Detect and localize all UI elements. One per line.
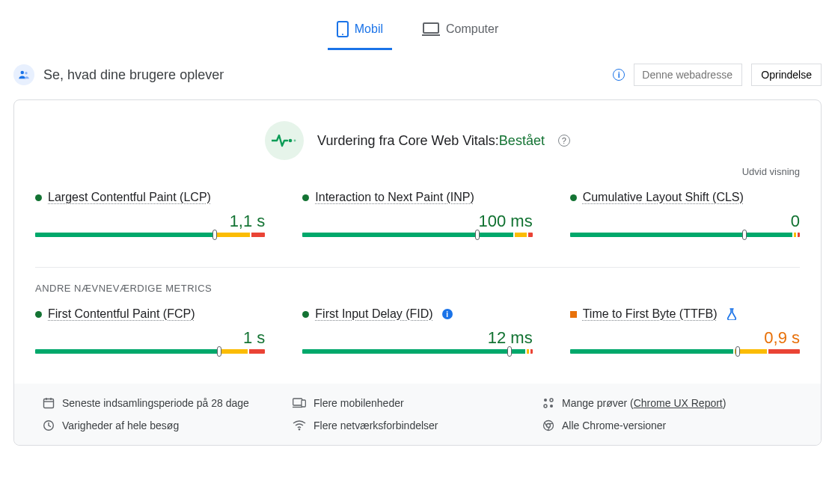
status-dot [570,311,577,318]
svg-point-5 [25,72,27,74]
svg-point-18 [550,405,553,408]
distribution-bar [570,349,800,363]
other-metrics-row: First Contentful Paint (FCP) 1 s First I… [35,307,800,363]
svg-point-6 [289,139,293,143]
info-icon[interactable]: i [613,69,625,81]
footer-devices: Flere mobilenheder [293,397,542,409]
bar-marker [217,346,221,357]
svg-rect-8 [44,399,54,408]
metric-name[interactable]: First Input Delay (FID) [315,307,432,321]
svg-point-16 [550,399,553,402]
metric-name[interactable]: Time to First Byte (TTFB) [583,307,718,321]
metric-value: 1 s [35,328,265,348]
svg-rect-12 [293,399,302,405]
footer-period: Seneste indsamlingsperiode på 28 dage [43,397,293,409]
assessment-label: Vurdering fra Core Web Vitals: [317,133,499,148]
bar-marker [507,346,512,357]
tab-desktop-label: Computer [446,22,498,36]
metric-ttfb: Time to First Byte (TTFB) 0,9 s [570,307,800,363]
section-title: Se, hvad dine brugere oplever [43,67,604,83]
metric-fid: First Input Delay (FID)i 12 ms [302,307,532,363]
metric-inp: Interaction to Next Paint (INP) 100 ms [302,191,532,246]
metric-lcp: Largest Contentful Paint (LCP) 1,1 s [35,191,265,246]
summary-footer: Seneste indsamlingsperiode på 28 dage Fl… [14,384,821,445]
footer-durations-text: Varigheder af hele besøg [62,420,179,431]
section-header: Se, hvad dine brugere oplever i Oprindel… [0,50,835,99]
bar-marker [735,346,740,357]
svg-rect-14 [302,400,305,407]
bar-marker [742,230,747,240]
mobile-icon [337,21,349,37]
footer-networks-text: Flere netværksforbindelser [313,420,438,431]
svg-point-20 [299,428,300,430]
flask-icon[interactable] [727,308,737,320]
expand-view-link[interactable]: Udvid visning [35,166,800,177]
assessment-text: Vurdering fra Core Web Vitals:Bestået [317,133,545,149]
samples-icon [542,397,554,409]
metric-fcp: First Contentful Paint (FCP) 1 s [35,307,265,363]
bar-marker [212,230,217,240]
svg-point-1 [342,34,343,35]
metric-cls: Cumulative Layout Shift (CLS) 0 [570,191,800,246]
footer-networks: Flere netværksforbindelser [293,420,542,431]
help-icon[interactable]: ? [558,135,570,147]
vitals-card: Vurdering fra Core Web Vitals:Bestået ? … [13,99,822,446]
tab-mobile-label: Mobil [355,22,383,36]
device-tabs: Mobil Computer [0,0,835,50]
distribution-bar [570,233,800,246]
desktop-icon [422,22,440,36]
tab-mobile[interactable]: Mobil [328,15,392,50]
devices-icon [293,398,306,408]
origin-button[interactable]: Oprindelse [751,64,822,86]
core-metrics-row: Largest Contentful Paint (LCP) 1,1 s Int… [35,191,800,246]
metric-name[interactable]: Largest Contentful Paint (LCP) [48,191,211,204]
metric-name[interactable]: First Contentful Paint (FCP) [48,307,195,321]
status-dot [35,311,42,318]
distribution-bar [35,349,265,363]
metric-value: 0 [570,212,800,231]
divider [35,267,800,268]
metric-name[interactable]: Interaction to Next Paint (INP) [315,191,474,204]
calendar-icon [43,397,55,409]
svg-point-17 [544,405,547,408]
chrome-icon [542,420,554,431]
other-metrics-label: ANDRE NÆVNEVÆRDIGE METRICS [35,283,800,294]
assessment-row: Vurdering fra Core Web Vitals:Bestået ? [35,121,800,160]
chrome-ux-report-link[interactable]: Chrome UX Report [634,397,723,409]
metric-value: 1,1 s [35,212,265,231]
distribution-bar [302,233,532,246]
tab-desktop[interactable]: Computer [413,15,507,50]
metric-value: 12 ms [302,328,532,348]
wifi-icon [293,420,306,431]
clock-icon [43,420,55,431]
status-dot [302,311,309,318]
status-dot [35,194,42,201]
bar-marker [475,230,480,240]
info-badge-icon[interactable]: i [442,309,453,319]
users-icon [13,64,34,85]
svg-point-15 [544,399,547,402]
distribution-bar [302,349,532,363]
status-dot [302,194,309,201]
pulse-icon [265,121,304,160]
footer-samples: Mange prøver (Chrome UX Report) [542,397,792,409]
svg-rect-2 [423,23,438,33]
footer-versions: Alle Chrome-versioner [542,420,792,431]
distribution-bar [35,233,265,246]
assessment-status: Bestået [499,133,545,148]
footer-period-text: Seneste indsamlingsperiode på 28 dage [62,397,249,409]
metric-name[interactable]: Cumulative Layout Shift (CLS) [583,191,744,204]
url-input[interactable] [634,64,742,86]
svg-point-7 [294,140,296,142]
footer-devices-text: Flere mobilenheder [313,397,404,409]
metric-value: 100 ms [302,212,532,231]
footer-versions-text: Alle Chrome-versioner [562,420,666,431]
footer-durations: Varigheder af hele besøg [43,420,293,431]
status-dot [570,194,577,201]
footer-samples-prefix: Mange prøver [562,397,627,409]
metric-value: 0,9 s [570,328,800,348]
svg-point-4 [21,71,25,75]
